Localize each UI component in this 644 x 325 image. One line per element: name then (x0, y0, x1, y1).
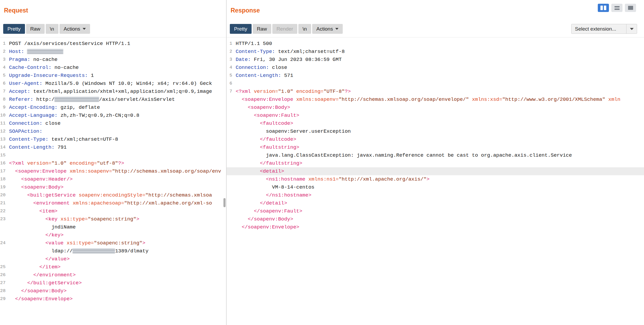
line-number: 15 (0, 151, 9, 159)
code-line: </value> (0, 255, 226, 263)
code-line: 7<?xml version="1.0" encoding="UTF-8"?> (227, 88, 644, 95)
line-number (227, 223, 236, 231)
code-line: 1HTTP/1.1 500 (227, 40, 644, 48)
code-line: </faultcode> (227, 135, 644, 143)
code-line: 28 </soapenv:Body> (0, 287, 226, 295)
line-number: 1 (0, 40, 9, 48)
code-line: </soapenv:Envelope> (227, 223, 644, 231)
line-number (227, 151, 236, 159)
code-line: 9Accept-Encoding: gzip, deflate (0, 103, 226, 111)
tab-n[interactable]: \n (298, 24, 311, 34)
tab-raw[interactable]: Raw (26, 24, 45, 34)
line-number: 17 (0, 167, 9, 175)
line-number (227, 159, 236, 167)
line-number: 5 (227, 72, 236, 80)
line-number: 25 (0, 263, 9, 271)
code-line: 5Upgrade-Insecure-Requests: 1 (0, 72, 226, 80)
line-number (227, 103, 236, 111)
code-line: 2Content-Type: text/xml;charset=utf-8 (227, 48, 644, 56)
line-number (227, 207, 236, 215)
line-number: 8 (0, 95, 9, 103)
code-line: 18 <soapenv:Header/> (0, 175, 226, 183)
request-panel: Request PrettyRaw\nActions 1POST /axis/s… (0, 0, 226, 325)
code-line: 17 <soapenv:Envelope xmlns:soapenv="http… (0, 167, 226, 175)
line-number: 21 (0, 199, 9, 207)
code-line: </soapenv:Fault> (227, 207, 644, 215)
redacted-blur (54, 97, 99, 102)
code-line: <soapenv:Body> (227, 103, 644, 111)
line-number: 16 (0, 159, 9, 167)
line-number: 4 (227, 64, 236, 72)
code-line: <faultcode> (227, 119, 644, 127)
view-columns-button[interactable] (598, 4, 609, 12)
tab-pretty[interactable]: Pretty (3, 24, 25, 34)
code-line: 13Content-Type: text/xml;charset=UTF-8 (0, 135, 226, 143)
request-header: Request PrettyRaw\nActions (0, 0, 226, 38)
line-number: 4 (0, 64, 9, 72)
response-editor[interactable]: 1HTTP/1.1 5002Content-Type: text/xml;cha… (227, 38, 644, 325)
line-number: 26 (0, 271, 9, 279)
line-number: 2 (0, 48, 9, 56)
line-number: 22 (0, 207, 9, 215)
code-line: 19 <soapenv:Body> (0, 183, 226, 191)
tab-n[interactable]: \n (46, 24, 58, 34)
line-number: 27 (0, 279, 9, 287)
tab-pretty[interactable]: Pretty (230, 24, 252, 34)
code-line: 29 </soapenv:Envelope> (0, 295, 226, 303)
code-line: 6 (227, 80, 644, 88)
tab-render: Render (272, 24, 297, 34)
line-number (227, 143, 236, 151)
request-editor[interactable]: 1POST /axis/services/testService HTTP/1.… (0, 38, 226, 325)
view-layout-toggle-group (598, 4, 636, 12)
line-number: 13 (0, 135, 9, 143)
line-number: 20 (0, 191, 9, 199)
columns-layout-icon (600, 6, 603, 10)
code-line: 27 </buil:getService> (0, 279, 226, 287)
line-number: 23 (0, 215, 9, 223)
select-extension-label: Select extension... (571, 26, 626, 32)
request-title: Request (4, 7, 28, 14)
code-line: soapenv:Server.userException (227, 127, 644, 135)
response-header: Response PrettyRawRender\nActions Select… (227, 0, 644, 38)
code-line: java.lang.ClassCastException: javax.nami… (227, 151, 644, 159)
line-number: 28 (0, 287, 9, 295)
line-number: 1 (227, 40, 236, 48)
code-line: <ns1:hostname xmlns:ns1="http://xml.apac… (227, 175, 644, 183)
code-line: jndiName (0, 223, 226, 231)
code-line: 4Connection: close (227, 64, 644, 72)
line-number (227, 167, 236, 175)
code-line: 12SOAPAction: (0, 127, 226, 135)
line-number: 7 (227, 88, 236, 95)
line-number (227, 183, 236, 191)
response-panel: Response PrettyRawRender\nActions Select… (227, 0, 644, 325)
chevron-down-icon (83, 28, 86, 30)
view-single-button[interactable] (625, 4, 636, 12)
code-line: VM-8-14-centos (227, 183, 644, 191)
tab-actions[interactable]: Actions (60, 24, 90, 34)
redacted-blur (73, 248, 115, 253)
line-number: 12 (0, 127, 9, 135)
single-pane-layout-icon (628, 6, 633, 10)
tab-raw[interactable]: Raw (253, 24, 271, 34)
code-line: 7Accept: text/html,application/xhtml+xml… (0, 88, 226, 95)
code-line: 14Content-Length: 791 (0, 143, 226, 151)
line-number: 11 (0, 119, 9, 127)
line-number: 29 (0, 295, 9, 303)
view-rows-button[interactable] (611, 4, 622, 12)
line-number (227, 215, 236, 223)
line-number: 2 (227, 48, 236, 56)
request-tabbar: PrettyRaw\nActions (3, 24, 90, 34)
line-number (227, 111, 236, 119)
line-number: 9 (0, 103, 9, 111)
code-line: 3Pragma: no-cache (0, 56, 226, 64)
tab-actions[interactable]: Actions (312, 24, 343, 34)
line-number (227, 127, 236, 135)
redacted-blur (27, 49, 63, 54)
request-scrollbar-thumb[interactable] (223, 198, 226, 207)
code-line: <faultstring> (227, 143, 644, 151)
code-line: 25 </item> (0, 263, 226, 271)
select-extension-dropdown[interactable]: Select extension... (571, 24, 637, 34)
code-line: 4Cache-Control: no-cache (0, 64, 226, 72)
line-number: 10 (0, 111, 9, 119)
chevron-down-icon (335, 28, 338, 30)
